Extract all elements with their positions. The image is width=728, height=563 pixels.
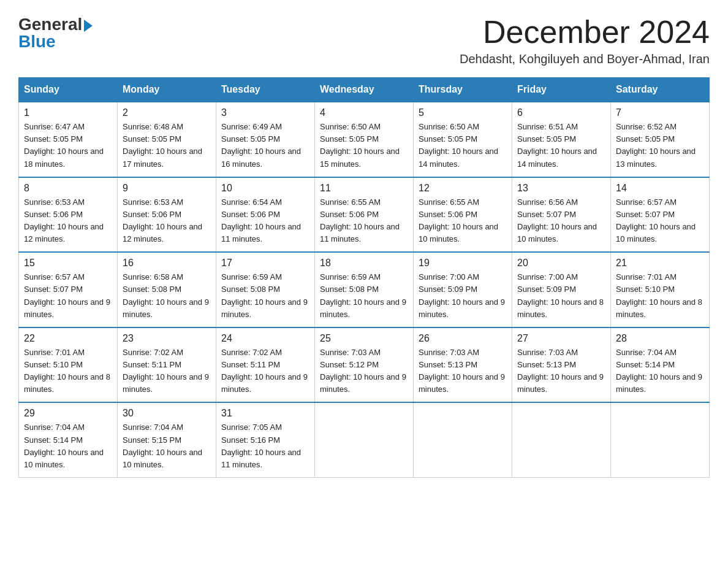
- calendar-cell: 22Sunrise: 7:01 AMSunset: 5:10 PMDayligh…: [19, 327, 118, 403]
- day-info: Sunrise: 6:56 AMSunset: 5:07 PMDaylight:…: [517, 196, 605, 246]
- day-number: 30: [123, 408, 211, 419]
- calendar-subtitle: Dehdasht, Kohgiluyeh and Boyer-Ahmad, Ir…: [460, 52, 710, 66]
- calendar-cell: 5Sunrise: 6:50 AMSunset: 5:05 PMDaylight…: [414, 102, 512, 177]
- day-info: Sunrise: 6:52 AMSunset: 5:05 PMDaylight:…: [616, 121, 704, 170]
- day-number: 20: [517, 258, 605, 269]
- calendar-cell: [315, 402, 414, 477]
- calendar-cell: 15Sunrise: 6:57 AMSunset: 5:07 PMDayligh…: [19, 252, 118, 327]
- day-number: 13: [517, 183, 605, 194]
- day-number: 5: [419, 107, 507, 118]
- day-number: 6: [517, 107, 605, 118]
- day-number: 14: [616, 183, 704, 194]
- day-number: 2: [123, 107, 211, 118]
- calendar-cell: 8Sunrise: 6:53 AMSunset: 5:06 PMDaylight…: [19, 177, 118, 253]
- calendar-cell: 26Sunrise: 7:03 AMSunset: 5:13 PMDayligh…: [414, 327, 512, 403]
- weekday-thursday: Thursday: [414, 78, 512, 102]
- day-number: 31: [221, 408, 309, 419]
- calendar-cell: 27Sunrise: 7:03 AMSunset: 5:13 PMDayligh…: [512, 327, 611, 403]
- week-row-5: 29Sunrise: 7:04 AMSunset: 5:14 PMDayligh…: [19, 402, 710, 477]
- weekday-friday: Friday: [512, 78, 611, 102]
- calendar-cell: 29Sunrise: 7:04 AMSunset: 5:14 PMDayligh…: [19, 402, 118, 477]
- day-info: Sunrise: 7:01 AMSunset: 5:10 PMDaylight:…: [24, 347, 112, 396]
- day-info: Sunrise: 6:53 AMSunset: 5:06 PMDaylight:…: [123, 196, 211, 246]
- day-number: 10: [221, 183, 309, 194]
- calendar-title: December 2024: [460, 15, 710, 50]
- day-number: 7: [616, 107, 704, 118]
- day-info: Sunrise: 6:55 AMSunset: 5:06 PMDaylight:…: [419, 196, 507, 246]
- day-number: 8: [24, 183, 112, 194]
- day-info: Sunrise: 7:02 AMSunset: 5:11 PMDaylight:…: [221, 347, 309, 396]
- calendar-cell: 12Sunrise: 6:55 AMSunset: 5:06 PMDayligh…: [414, 177, 512, 253]
- day-number: 24: [221, 333, 309, 344]
- calendar-header: SundayMondayTuesdayWednesdayThursdayFrid…: [19, 78, 710, 102]
- calendar-cell: 17Sunrise: 6:59 AMSunset: 5:08 PMDayligh…: [216, 252, 315, 327]
- calendar-cell: 3Sunrise: 6:49 AMSunset: 5:05 PMDaylight…: [216, 102, 315, 177]
- day-number: 18: [320, 258, 408, 269]
- calendar-cell: 28Sunrise: 7:04 AMSunset: 5:14 PMDayligh…: [611, 327, 710, 403]
- day-info: Sunrise: 7:03 AMSunset: 5:12 PMDaylight:…: [320, 347, 408, 396]
- calendar-body: 1Sunrise: 6:47 AMSunset: 5:05 PMDaylight…: [19, 102, 710, 477]
- day-number: 3: [221, 107, 309, 118]
- day-info: Sunrise: 6:47 AMSunset: 5:05 PMDaylight:…: [24, 121, 112, 170]
- day-number: 12: [419, 183, 507, 194]
- day-info: Sunrise: 6:50 AMSunset: 5:05 PMDaylight:…: [419, 121, 507, 170]
- day-info: Sunrise: 6:53 AMSunset: 5:06 PMDaylight:…: [24, 196, 112, 246]
- day-info: Sunrise: 7:04 AMSunset: 5:15 PMDaylight:…: [123, 421, 211, 471]
- weekday-saturday: Saturday: [611, 78, 710, 102]
- calendar-cell: 30Sunrise: 7:04 AMSunset: 5:15 PMDayligh…: [118, 402, 216, 477]
- calendar-cell: 23Sunrise: 7:02 AMSunset: 5:11 PMDayligh…: [118, 327, 216, 403]
- week-row-1: 1Sunrise: 6:47 AMSunset: 5:05 PMDaylight…: [19, 102, 710, 177]
- day-info: Sunrise: 6:49 AMSunset: 5:05 PMDaylight:…: [221, 121, 309, 170]
- day-info: Sunrise: 7:03 AMSunset: 5:13 PMDaylight:…: [419, 347, 507, 396]
- day-info: Sunrise: 6:59 AMSunset: 5:08 PMDaylight:…: [320, 271, 408, 321]
- day-number: 19: [419, 258, 507, 269]
- day-number: 1: [24, 107, 112, 118]
- day-number: 21: [616, 258, 704, 269]
- day-number: 23: [123, 333, 211, 344]
- calendar-cell: 7Sunrise: 6:52 AMSunset: 5:05 PMDaylight…: [611, 102, 710, 177]
- calendar-cell: 9Sunrise: 6:53 AMSunset: 5:06 PMDaylight…: [118, 177, 216, 253]
- weekday-row: SundayMondayTuesdayWednesdayThursdayFrid…: [19, 78, 710, 102]
- calendar-cell: 21Sunrise: 7:01 AMSunset: 5:10 PMDayligh…: [611, 252, 710, 327]
- calendar-cell: 18Sunrise: 6:59 AMSunset: 5:08 PMDayligh…: [315, 252, 414, 327]
- day-info: Sunrise: 7:05 AMSunset: 5:16 PMDaylight:…: [221, 421, 309, 471]
- day-info: Sunrise: 7:00 AMSunset: 5:09 PMDaylight:…: [517, 271, 605, 321]
- day-number: 11: [320, 183, 408, 194]
- calendar-table: SundayMondayTuesdayWednesdayThursdayFrid…: [18, 77, 710, 478]
- calendar-cell: 31Sunrise: 7:05 AMSunset: 5:16 PMDayligh…: [216, 402, 315, 477]
- weekday-sunday: Sunday: [19, 78, 118, 102]
- weekday-wednesday: Wednesday: [315, 78, 414, 102]
- logo-triangle-icon: [84, 20, 93, 32]
- calendar-cell: 14Sunrise: 6:57 AMSunset: 5:07 PMDayligh…: [611, 177, 710, 253]
- day-info: Sunrise: 7:01 AMSunset: 5:10 PMDaylight:…: [616, 271, 704, 321]
- calendar-cell: 19Sunrise: 7:00 AMSunset: 5:09 PMDayligh…: [414, 252, 512, 327]
- day-number: 16: [123, 258, 211, 269]
- day-number: 25: [320, 333, 408, 344]
- day-number: 4: [320, 107, 408, 118]
- day-info: Sunrise: 6:57 AMSunset: 5:07 PMDaylight:…: [616, 196, 704, 246]
- day-number: 28: [616, 333, 704, 344]
- calendar-cell: 13Sunrise: 6:56 AMSunset: 5:07 PMDayligh…: [512, 177, 611, 253]
- day-info: Sunrise: 6:57 AMSunset: 5:07 PMDaylight:…: [24, 271, 112, 321]
- day-info: Sunrise: 6:51 AMSunset: 5:05 PMDaylight:…: [517, 121, 605, 170]
- day-info: Sunrise: 6:58 AMSunset: 5:08 PMDaylight:…: [123, 271, 211, 321]
- day-info: Sunrise: 6:50 AMSunset: 5:05 PMDaylight:…: [320, 121, 408, 170]
- day-number: 15: [24, 258, 112, 269]
- day-number: 29: [24, 408, 112, 419]
- day-info: Sunrise: 7:00 AMSunset: 5:09 PMDaylight:…: [419, 271, 507, 321]
- day-info: Sunrise: 6:59 AMSunset: 5:08 PMDaylight:…: [221, 271, 309, 321]
- calendar-cell: 4Sunrise: 6:50 AMSunset: 5:05 PMDaylight…: [315, 102, 414, 177]
- logo-blue-text: Blue: [18, 32, 56, 52]
- weekday-monday: Monday: [118, 78, 216, 102]
- calendar-cell: 10Sunrise: 6:54 AMSunset: 5:06 PMDayligh…: [216, 177, 315, 253]
- calendar-cell: 11Sunrise: 6:55 AMSunset: 5:06 PMDayligh…: [315, 177, 414, 253]
- day-info: Sunrise: 7:03 AMSunset: 5:13 PMDaylight:…: [517, 347, 605, 396]
- calendar-cell: [611, 402, 710, 477]
- calendar-cell: 2Sunrise: 6:48 AMSunset: 5:05 PMDaylight…: [118, 102, 216, 177]
- day-number: 17: [221, 258, 309, 269]
- week-row-4: 22Sunrise: 7:01 AMSunset: 5:10 PMDayligh…: [19, 327, 710, 403]
- day-info: Sunrise: 7:04 AMSunset: 5:14 PMDaylight:…: [24, 421, 112, 471]
- day-number: 9: [123, 183, 211, 194]
- calendar-cell: 25Sunrise: 7:03 AMSunset: 5:12 PMDayligh…: [315, 327, 414, 403]
- calendar-cell: [414, 402, 512, 477]
